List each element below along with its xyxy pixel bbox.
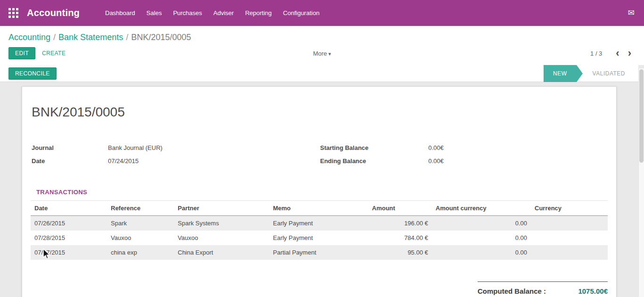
messages-icon[interactable]: ✉ — [627, 6, 636, 20]
computed-balance: Computed Balance : 1075.00€ — [478, 281, 608, 295]
cell-amount-currency[interactable]: 0.00 — [432, 216, 531, 231]
breadcrumb: Accounting/Bank Statements/BNK/2015/0005 — [0, 26, 644, 45]
col-partner[interactable]: Partner — [174, 201, 269, 216]
cell-memo[interactable]: Early Payment — [269, 216, 368, 231]
journal-value: Bank Journal (EUR) — [108, 141, 163, 155]
date-label: Date — [31, 155, 108, 168]
col-currency[interactable]: Currency — [531, 201, 608, 216]
field-group: Journal Bank Journal (EUR) Date 07/24/20… — [31, 141, 608, 168]
pager-next-icon[interactable]: › — [624, 50, 636, 57]
vertical-scrollbar[interactable] — [638, 68, 644, 297]
computed-balance-label: Computed Balance : — [478, 287, 546, 295]
cell-memo[interactable]: Partial Payment — [269, 245, 368, 260]
cell-reference[interactable]: Vauxoo — [107, 231, 174, 245]
cell-currency[interactable] — [531, 245, 608, 260]
ending-balance-label: Ending Balance — [319, 155, 397, 168]
cell-currency[interactable] — [531, 216, 608, 231]
starting-balance-value: 0.00€ — [397, 141, 444, 155]
more-dropdown[interactable]: More▾ — [309, 48, 335, 59]
status-state-validated[interactable]: VALIDATED — [583, 65, 638, 82]
col-memo[interactable]: Memo — [269, 201, 368, 216]
cell-currency[interactable] — [531, 231, 608, 245]
col-reference[interactable]: Reference — [107, 201, 174, 216]
table-row[interactable]: 07/28/2015 Vauxoo Vauxoo Early Payment 7… — [31, 231, 608, 245]
apps-menu-icon[interactable] — [8, 8, 18, 18]
breadcrumb-separator: / — [123, 33, 131, 42]
status-widget: NEW VALIDATED — [544, 65, 638, 82]
computed-balance-value: 1075.00€ — [578, 287, 608, 295]
form-sheet: BNK/2015/0005 Journal Bank Journal (EUR)… — [22, 86, 617, 297]
col-date[interactable]: Date — [31, 201, 107, 216]
toolbar: EDIT CREATE More▾ 1 / 3 ‹ › — [0, 45, 644, 65]
pager-previous-icon[interactable]: ‹ — [611, 50, 623, 57]
cell-date[interactable]: 07/28/2015 — [31, 231, 107, 245]
ending-balance-value: 0.00€ — [397, 155, 444, 168]
cell-date[interactable]: 07/26/2015 — [31, 216, 107, 231]
cell-partner[interactable]: China Export — [174, 245, 269, 260]
record-title: BNK/2015/0005 — [31, 105, 608, 120]
cell-amount[interactable]: 784.00 € — [368, 231, 432, 245]
breadcrumb-current: BNK/2015/0005 — [131, 33, 191, 42]
starting-balance-label: Starting Balance — [319, 141, 397, 155]
reconcile-button[interactable]: RECONCILE — [8, 67, 57, 80]
pager-count: 1 / 3 — [590, 50, 602, 57]
date-value: 07/24/2015 — [108, 155, 139, 168]
cell-amount-currency[interactable]: 0.00 — [432, 231, 531, 245]
cell-memo[interactable]: Early Payment — [269, 231, 368, 245]
cell-partner[interactable]: Vauxoo — [174, 231, 269, 245]
cell-reference[interactable]: china exp — [107, 245, 174, 260]
top-navbar: Accounting Dashboard Sales Purchases Adv… — [0, 0, 644, 26]
cell-date[interactable]: 07/27/2015 — [31, 245, 107, 260]
scrollbar-thumb[interactable] — [639, 69, 644, 163]
breadcrumb-accounting[interactable]: Accounting — [8, 33, 50, 42]
cell-partner[interactable]: Spark Systems — [174, 216, 269, 231]
cell-reference[interactable]: Spark — [107, 216, 174, 231]
cell-amount-currency[interactable]: 0.00 — [432, 245, 531, 260]
table-row[interactable]: 07/27/2015 china exp China Export Partia… — [31, 245, 608, 260]
content-area: BNK/2015/0005 Journal Bank Journal (EUR)… — [0, 85, 638, 297]
table-header-row: Date Reference Partner Memo Amount Amoun… — [31, 201, 608, 216]
more-label: More — [313, 50, 327, 57]
table-row[interactable]: 07/26/2015 Spark Spark Systems Early Pay… — [31, 216, 608, 231]
pager: 1 / 3 ‹ › — [590, 50, 636, 57]
statusbar: RECONCILE NEW VALIDATED — [0, 65, 638, 82]
menu-sales[interactable]: Sales — [141, 0, 168, 26]
status-state-new[interactable]: NEW — [544, 65, 577, 82]
breadcrumb-bank-statements[interactable]: Bank Statements — [58, 33, 123, 42]
main-menu: Dashboard Sales Purchases Adviser Report… — [99, 0, 325, 26]
control-panel: Accounting/Bank Statements/BNK/2015/0005… — [0, 26, 644, 65]
col-amount-currency[interactable]: Amount currency — [432, 201, 531, 216]
menu-adviser[interactable]: Adviser — [208, 0, 239, 26]
menu-configuration[interactable]: Configuration — [277, 0, 325, 26]
transactions-section-title: TRANSACTIONS — [36, 189, 608, 196]
create-button[interactable]: CREATE — [35, 47, 72, 59]
cell-amount[interactable]: 196.00 € — [368, 216, 432, 231]
transactions-table: Date Reference Partner Memo Amount Amoun… — [31, 200, 608, 260]
caret-down-icon: ▾ — [329, 51, 331, 57]
edit-button[interactable]: EDIT — [8, 47, 35, 59]
journal-label: Journal — [31, 141, 108, 155]
menu-reporting[interactable]: Reporting — [239, 0, 277, 26]
menu-dashboard[interactable]: Dashboard — [99, 0, 141, 26]
app-title: Accounting — [27, 8, 80, 18]
cell-amount[interactable]: 95.00 € — [368, 245, 432, 260]
col-amount[interactable]: Amount — [368, 201, 432, 216]
menu-purchases[interactable]: Purchases — [167, 0, 207, 26]
breadcrumb-separator: / — [50, 33, 58, 42]
